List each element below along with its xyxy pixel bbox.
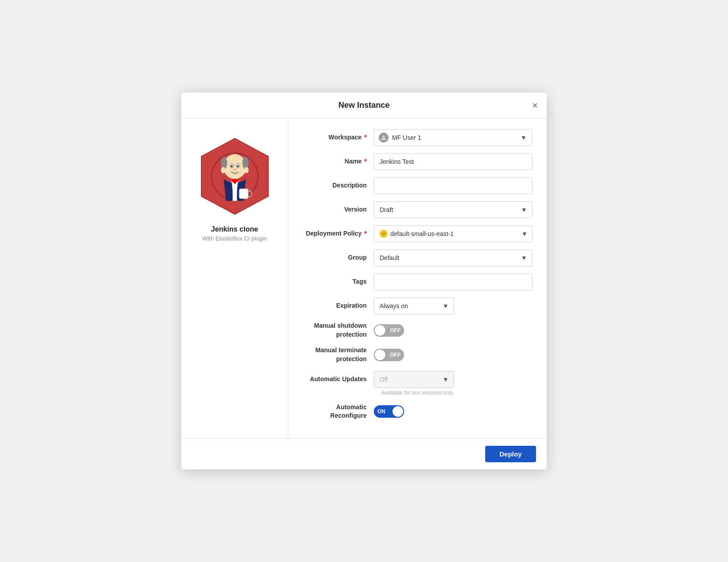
deployment-policy-icon xyxy=(380,230,388,238)
auto-updates-row: Automatic Updates Off Minor Major ▼ Avai… xyxy=(303,371,532,396)
tags-row: Tags xyxy=(303,273,532,290)
close-button[interactable]: × xyxy=(532,101,538,110)
modal-body: Jenkins clone With ElasticBox CI plugin … xyxy=(181,118,547,438)
manual-shutdown-track: OFF xyxy=(374,324,404,337)
version-select-wrapper: Draft ▼ xyxy=(374,201,532,218)
auto-reconfigure-label: Automatic Reconfigure xyxy=(303,403,374,420)
manual-terminate-label: Manual terminate protection xyxy=(303,346,374,363)
svg-point-16 xyxy=(382,233,383,234)
deployment-policy-select[interactable]: default-small-us-east-1 xyxy=(390,230,527,237)
description-input[interactable] xyxy=(374,177,532,194)
deployment-policy-row: Deployment Policy * default-small-us-eas… xyxy=(303,225,532,242)
expiration-select[interactable]: Always on 1 hour 2 hours 4 hours 8 hours… xyxy=(374,297,454,314)
tags-input[interactable] xyxy=(374,273,532,290)
group-select-wrapper: Default ▼ xyxy=(374,249,532,266)
svg-point-9 xyxy=(233,169,236,171)
description-label: Description xyxy=(303,181,374,190)
deployment-policy-label: Deployment Policy * xyxy=(303,229,374,238)
manual-shutdown-row: Manual shutdown protection OFF xyxy=(303,322,532,339)
auto-updates-select[interactable]: Off Minor Major xyxy=(374,371,454,388)
auto-reconfigure-track: ON xyxy=(374,405,404,418)
form-area: Workspace * MF User 1 ▼ MF User 1 xyxy=(288,118,547,438)
manual-terminate-state: OFF xyxy=(390,352,401,358)
expiration-select-wrapper: Always on 1 hour 2 hours 4 hours 8 hours… xyxy=(374,297,454,314)
auto-updates-label: Automatic Updates xyxy=(303,375,374,384)
manual-terminate-toggle[interactable]: OFF xyxy=(374,349,404,361)
svg-point-11 xyxy=(244,167,249,173)
manual-shutdown-toggle[interactable]: OFF xyxy=(374,324,404,337)
svg-point-15 xyxy=(381,232,386,236)
svg-rect-13 xyxy=(239,189,248,199)
svg-point-17 xyxy=(384,233,385,234)
version-label: Version xyxy=(303,205,374,214)
auto-updates-inner: Automatic Updates Off Minor Major ▼ xyxy=(303,371,532,388)
app-name: Jenkins clone xyxy=(211,225,258,233)
manual-shutdown-label: Manual shutdown protection xyxy=(303,322,374,339)
svg-point-8 xyxy=(237,165,239,167)
svg-point-10 xyxy=(221,167,225,173)
manual-terminate-track: OFF xyxy=(374,349,404,361)
auto-updates-note: Available for box versions only. xyxy=(381,390,532,396)
deploy-button[interactable]: Deploy xyxy=(485,446,536,462)
manual-terminate-row: Manual terminate protection OFF xyxy=(303,346,532,363)
svg-point-2 xyxy=(223,154,246,179)
name-row: Name * xyxy=(303,153,532,170)
auto-reconfigure-toggle[interactable]: ON xyxy=(374,405,404,418)
modal-footer: Deploy xyxy=(181,438,547,469)
new-instance-modal: New Instance × xyxy=(181,93,547,469)
expiration-label: Expiration xyxy=(303,301,374,310)
version-row: Version Draft ▼ xyxy=(303,201,532,218)
manual-shutdown-thumb xyxy=(375,325,385,336)
name-label: Name * xyxy=(303,157,374,166)
modal-title: New Instance xyxy=(338,101,389,110)
group-select[interactable]: Default xyxy=(374,249,532,266)
group-label: Group xyxy=(303,253,374,262)
workspace-required: * xyxy=(363,134,367,141)
manual-terminate-thumb xyxy=(375,350,385,360)
app-icon-container xyxy=(199,136,270,216)
deployment-policy-container: default-small-us-east-1 ▼ xyxy=(374,225,532,242)
tags-label: Tags xyxy=(303,277,374,286)
hexagon-icon xyxy=(199,136,270,216)
version-select[interactable]: Draft xyxy=(374,201,532,218)
workspace-row: Workspace * MF User 1 ▼ MF User 1 xyxy=(303,129,532,146)
auto-reconfigure-row: Automatic Reconfigure ON xyxy=(303,403,532,420)
expiration-row: Expiration Always on 1 hour 2 hours 4 ho… xyxy=(303,297,532,314)
workspace-select-container[interactable]: MF User 1 ▼ MF User 1 xyxy=(374,129,532,146)
sidebar: Jenkins clone With ElasticBox CI plugin xyxy=(181,118,288,438)
auto-reconfigure-state: ON xyxy=(377,408,385,415)
auto-reconfigure-thumb xyxy=(393,406,403,417)
app-desc: With ElasticBox CI plugin xyxy=(202,235,267,242)
group-row: Group Default ▼ xyxy=(303,249,532,266)
workspace-label: Workspace * xyxy=(303,133,374,142)
description-row: Description xyxy=(303,177,532,194)
name-input[interactable] xyxy=(374,153,532,170)
svg-point-7 xyxy=(231,165,233,167)
auto-updates-select-wrapper: Off Minor Major ▼ xyxy=(374,371,454,388)
manual-shutdown-state: OFF xyxy=(390,327,401,334)
modal-header: New Instance × xyxy=(181,93,547,118)
